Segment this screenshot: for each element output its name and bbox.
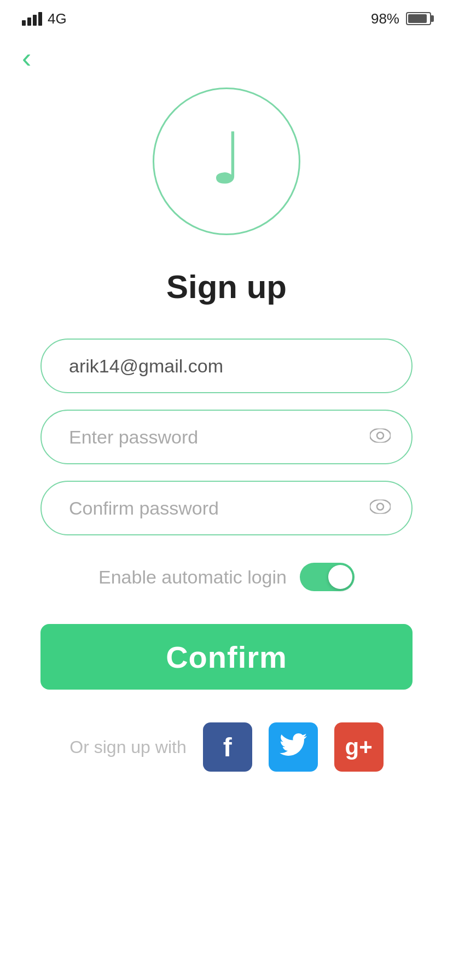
facebook-icon: f (223, 732, 232, 762)
svg-point-0 (370, 429, 391, 443)
social-label: Or sign up with (69, 737, 186, 757)
confirm-button[interactable]: Confirm (40, 624, 413, 690)
confirm-eye-icon[interactable] (370, 498, 391, 518)
signal-bars (22, 12, 42, 26)
status-right: 98% (371, 10, 431, 27)
googleplus-button[interactable]: g+ (334, 722, 384, 772)
auto-login-row: Enable automatic login (40, 563, 413, 591)
confirm-password-field[interactable] (40, 481, 413, 535)
confirm-password-wrapper (40, 481, 413, 535)
password-field[interactable] (40, 410, 413, 464)
network-label: 4G (48, 10, 67, 27)
logo-circle: ♩ (153, 88, 300, 235)
toggle-knob (328, 565, 352, 589)
main-content: ♩ Sign up (0, 33, 453, 772)
battery-fill (408, 14, 427, 23)
facebook-button[interactable]: f (203, 722, 252, 772)
svg-point-2 (370, 500, 391, 514)
status-left: 4G (22, 10, 67, 27)
auto-login-label: Enable automatic login (98, 567, 287, 588)
social-section: Or sign up with f g+ (69, 722, 383, 772)
page-title: Sign up (166, 268, 287, 306)
svg-point-3 (377, 504, 384, 510)
auto-login-toggle[interactable] (300, 563, 355, 591)
form-section: Enable automatic login Confirm (40, 339, 413, 690)
back-button[interactable]: ‹ (22, 44, 31, 72)
battery-icon (406, 12, 431, 25)
googleplus-icon: g+ (345, 734, 373, 760)
battery-percentage: 98% (371, 10, 399, 27)
svg-point-1 (377, 433, 384, 439)
twitter-icon (280, 732, 307, 762)
status-bar: 4G 98% (0, 0, 453, 33)
password-eye-icon[interactable] (370, 427, 391, 447)
music-note-icon: ♩ (210, 123, 243, 194)
email-wrapper (40, 339, 413, 393)
email-field[interactable] (40, 339, 413, 393)
twitter-button[interactable] (269, 722, 318, 772)
password-wrapper (40, 410, 413, 464)
